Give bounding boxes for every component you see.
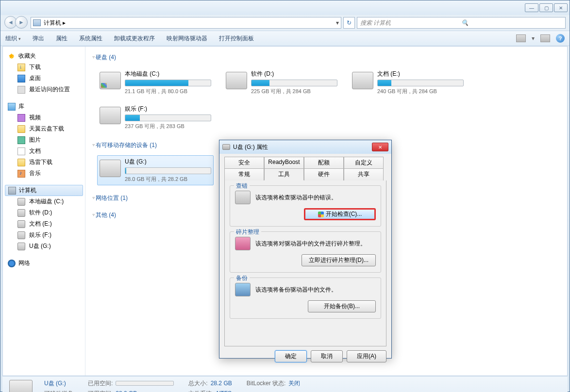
used-space-bar xyxy=(116,381,174,386)
address-bar[interactable]: 计算机 ▸ ▾ xyxy=(31,17,341,29)
forward-button[interactable]: ► xyxy=(15,16,28,29)
explorer-window: — ▢ ✕ ◄ ► 计算机 ▸ ▾ ↻ 搜索 计算机 🔍 组织 弹出 属性 系统… xyxy=(0,0,570,392)
tab-hardware[interactable]: 硬件 xyxy=(304,168,344,180)
map-drive-button[interactable]: 映射网络驱动器 xyxy=(167,34,207,43)
shield-icon xyxy=(318,212,324,217)
address-dropdown-icon[interactable]: ▾ xyxy=(336,19,339,26)
sidebar-recent[interactable]: 最近访问的位置 xyxy=(3,84,85,95)
search-input[interactable]: 搜索 计算机 🔍 xyxy=(357,17,566,29)
network-header[interactable]: 网络 xyxy=(3,258,85,269)
status-type: 可移动磁盘 xyxy=(44,390,73,392)
drive-d[interactable]: 软件 (D:)225 GB 可用 , 共 284 GB xyxy=(223,67,340,98)
computer-icon xyxy=(33,19,41,26)
star-icon xyxy=(8,52,16,60)
sidebar-videos[interactable]: 视频 xyxy=(3,112,85,123)
dialog-title: U盘 (G:) 属性 xyxy=(233,143,369,151)
system-properties-button[interactable]: 系统属性 xyxy=(79,34,102,43)
sidebar-downloads[interactable]: 下载 xyxy=(3,62,85,73)
tab-custom[interactable]: 自定义 xyxy=(344,157,384,168)
close-button[interactable]: ✕ xyxy=(554,3,568,12)
defrag-icon xyxy=(235,237,251,250)
tab-security[interactable]: 安全 xyxy=(224,157,264,168)
status-name: U盘 (G:) xyxy=(44,379,66,388)
sidebar-drive-f[interactable]: 娱乐 (F:) xyxy=(3,229,85,241)
sidebar-drive-c[interactable]: 本地磁盘 (C:) xyxy=(3,196,85,207)
section-hdd[interactable]: 硬盘 (4) xyxy=(92,51,560,64)
library-icon xyxy=(8,103,16,111)
search-icon: 🔍 xyxy=(461,19,562,26)
sidebar-cloud[interactable]: 天翼云盘下载 xyxy=(3,123,85,134)
dialog-close-button[interactable]: ✕ xyxy=(372,143,388,151)
computer-header[interactable]: 计算机 xyxy=(5,185,83,196)
start-check-button[interactable]: 开始检查(C)... xyxy=(304,208,376,220)
usb-icon xyxy=(17,243,25,250)
organize-menu[interactable]: 组织 xyxy=(5,34,21,43)
hdd-icon xyxy=(17,198,25,206)
folder-icon xyxy=(17,159,25,166)
document-icon xyxy=(17,147,25,155)
error-check-legend: 查错 xyxy=(234,182,250,190)
download-icon xyxy=(17,64,25,71)
refresh-button[interactable]: ↻ xyxy=(343,17,355,29)
tab-sharing[interactable]: 共享 xyxy=(344,168,384,180)
nav-history[interactable]: ◄ ► xyxy=(4,16,29,30)
sidebar-thunder[interactable]: 迅雷下载 xyxy=(3,157,85,168)
eject-button[interactable]: 弹出 xyxy=(33,34,44,43)
libraries-header[interactable]: 库 xyxy=(3,101,85,112)
view-dropdown-icon[interactable]: ▾ xyxy=(532,35,535,42)
start-backup-button[interactable]: 开始备份(B)... xyxy=(308,300,376,312)
dialog-titlebar[interactable]: U盘 (G:) 属性 ✕ xyxy=(219,140,391,154)
tab-quota[interactable]: 配额 xyxy=(304,157,344,168)
properties-button[interactable]: 属性 xyxy=(56,34,67,43)
sidebar-drive-e[interactable]: 文档 (E:) xyxy=(3,218,85,229)
help-icon[interactable]: ? xyxy=(556,34,565,43)
cancel-button[interactable]: 取消 xyxy=(311,350,343,362)
minimize-button[interactable]: — xyxy=(525,3,538,12)
address-text: 计算机 ▸ xyxy=(44,19,333,27)
defrag-now-button[interactable]: 立即进行碎片整理(D)... xyxy=(302,254,376,266)
video-icon xyxy=(17,114,25,122)
tab-readyboost[interactable]: ReadyBoost xyxy=(264,157,304,168)
control-panel-button[interactable]: 打开控制面板 xyxy=(219,34,254,43)
hdd-icon xyxy=(17,220,25,228)
sidebar-pictures[interactable]: 图片 xyxy=(3,134,85,146)
sidebar-drive-d[interactable]: 软件 (D:) xyxy=(3,207,85,218)
search-placeholder: 搜索 计算机 xyxy=(360,19,461,27)
uninstall-button[interactable]: 卸载或更改程序 xyxy=(114,34,155,43)
tab-general[interactable]: 常规 xyxy=(224,168,264,180)
dialog-tabs: 安全 ReadyBoost 配额 自定义 常规 工具 硬件 共享 xyxy=(219,154,391,180)
favorites-header[interactable]: 收藏夹 xyxy=(3,50,85,62)
tab-tools[interactable]: 工具 xyxy=(264,168,304,180)
music-icon xyxy=(17,170,25,178)
defrag-legend: 碎片整理 xyxy=(234,228,261,236)
sidebar-desktop[interactable]: 桌面 xyxy=(3,73,85,84)
folder-icon xyxy=(17,125,25,133)
view-options-icon[interactable] xyxy=(516,34,526,42)
drive-g[interactable]: U盘 (G:)28.0 GB 可用 , 共 28.2 GB xyxy=(97,155,214,185)
ok-button[interactable]: 确定 xyxy=(275,350,307,362)
drive-c[interactable]: 本地磁盘 (C:)21.1 GB 可用 , 共 80.0 GB xyxy=(97,67,214,98)
sidebar-music[interactable]: 音乐 xyxy=(3,168,85,179)
error-check-group: 查错 该选项将检查驱动器中的错误。 开始检查(C)... xyxy=(230,185,381,227)
usb-drive-icon xyxy=(100,160,121,177)
apply-button[interactable]: 应用(A) xyxy=(347,350,386,362)
drive-e[interactable]: 文档 (E:)240 GB 可用 , 共 284 GB xyxy=(350,67,466,98)
toolbar: 组织 弹出 属性 系统属性 卸载或更改程序 映射网络驱动器 打开控制面板 ▾ ? xyxy=(0,31,570,46)
desktop-icon xyxy=(17,75,25,82)
network-icon xyxy=(8,260,16,267)
preview-pane-icon[interactable] xyxy=(540,34,550,42)
drive-f[interactable]: 娱乐 (F:)237 GB 可用 , 共 283 GB xyxy=(97,102,214,132)
backup-legend: 备份 xyxy=(234,274,250,282)
computer-icon xyxy=(8,187,16,195)
dialog-button-row: 确定 取消 应用(A) xyxy=(219,350,391,367)
defrag-group: 碎片整理 该选项将对驱动器中的文件进行碎片整理。 立即进行碎片整理(D)... xyxy=(230,231,381,273)
recent-icon xyxy=(17,86,25,94)
backup-icon xyxy=(235,283,251,296)
hdd-icon xyxy=(17,231,25,239)
sidebar-drive-g[interactable]: U盘 (G:) xyxy=(3,241,85,252)
navigation-pane: 收藏夹 下载 桌面 最近访问的位置 库 视频 天翼云盘下载 图片 文档 迅雷下载… xyxy=(3,47,85,376)
drive-icon xyxy=(352,72,373,89)
properties-dialog: U盘 (G:) 属性 ✕ 安全 ReadyBoost 配额 自定义 常规 工具 … xyxy=(219,140,392,359)
sidebar-documents[interactable]: 文档 xyxy=(3,146,85,157)
maximize-button[interactable]: ▢ xyxy=(539,3,553,12)
